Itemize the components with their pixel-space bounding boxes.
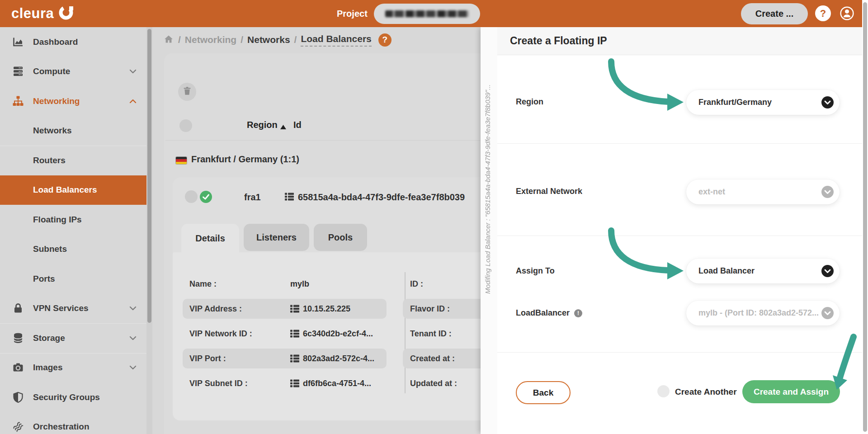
sidebar-item-label: Dashboard — [33, 37, 78, 47]
breadcrumb-separator: / — [241, 34, 243, 45]
detail-row-vip-port: VIP Port : 802a3ad2-572c-4... — [183, 349, 387, 368]
breadcrumb-networks[interactable]: Networks — [247, 34, 290, 45]
tab-details[interactable]: Details — [181, 224, 239, 253]
sidebar-scrollbar-thumb[interactable] — [147, 29, 151, 323]
breadcrumb-separator: / — [178, 34, 181, 45]
detail-row-vip-address: VIP Address : 10.15.25.225 — [183, 299, 387, 319]
sidebar-item-floating-ips[interactable]: Floating IPs — [0, 205, 146, 235]
sidebar-item-orchestration[interactable]: Orchestration — [0, 412, 146, 434]
sidebar-item-subnets[interactable]: Subnets — [0, 235, 146, 264]
region-select-value: Frankfurt/Germany — [698, 98, 772, 107]
detail-value[interactable]: 6c340d2b-e2cf-4... — [290, 329, 373, 339]
detail-row-vip-subnet-id: VIP Subnet ID : df6fb6ca-4751-4... — [183, 373, 387, 393]
breadcrumb-help-icon[interactable]: ? — [378, 33, 392, 47]
loadbalancer-field-label: LoadBalancer ! — [516, 308, 582, 318]
column-header-id[interactable]: Id — [293, 120, 302, 130]
breadcrumb-networking[interactable]: Networking — [185, 34, 236, 45]
loadbalancer-label-text: LoadBalancer — [516, 308, 570, 318]
page-scrollbar-thumb[interactable] — [863, 2, 867, 432]
create-and-assign-button[interactable]: Create and Assign — [742, 380, 840, 403]
home-icon[interactable] — [163, 34, 174, 46]
sidebar-item-load-balancers[interactable]: Load Balancers — [0, 175, 146, 205]
tab-listeners[interactable]: Listeners — [244, 224, 309, 251]
detail-value[interactable]: 802a3ad2-572c-4... — [290, 354, 374, 363]
sidebar-item-label: Orchestration — [33, 422, 90, 432]
region-select[interactable]: Frankfurt/Germany — [686, 90, 840, 115]
create-another-label: Create Another — [675, 387, 737, 397]
logo-text: cleura — [11, 5, 54, 22]
detail-value[interactable]: 10.15.25.225 — [290, 304, 350, 314]
detail-label: Flavor ID : — [410, 304, 450, 314]
back-button[interactable]: Back — [516, 381, 571, 404]
project-selector-group: Project — [337, 0, 480, 27]
sidebar-item-compute[interactable]: Compute — [0, 57, 146, 87]
modal-edge-strip: Modifing Load Balancer : "65815a4a-bda4-… — [481, 27, 497, 434]
app-root: cleura Project Create ... ? — [0, 0, 868, 434]
loadbalancer-select[interactable]: mylb - (Port ID: 802a3ad2-572... — [686, 301, 840, 326]
user-avatar-icon[interactable] — [838, 5, 856, 22]
header-divider — [165, 140, 497, 141]
chevron-down-icon[interactable] — [821, 307, 834, 319]
external-network-select-value: ext-net — [698, 187, 725, 197]
lb-row-id: 65815a4a-bda4-47f3-9dfe-fea3e7f8b039 — [298, 192, 465, 203]
detail-value[interactable]: df6fb6ca-4751-4... — [290, 379, 371, 388]
detail-label: VIP Subnet ID : — [189, 379, 248, 388]
arrow-to-region — [611, 61, 668, 102]
row-checkbox[interactable] — [185, 190, 198, 203]
chevron-down-icon[interactable] — [821, 265, 834, 277]
sidebar-item-label: Routers — [33, 156, 66, 165]
assign-to-select[interactable]: Load Balancer — [686, 259, 840, 283]
delete-button[interactable] — [178, 83, 196, 101]
lock-icon — [12, 302, 24, 314]
detail-label: Created at : — [410, 354, 455, 363]
sidebar-item-dashboard[interactable]: Dashboard — [0, 27, 146, 57]
sidebar: Dashboard Compute Networking Networks R — [0, 27, 152, 434]
loadbalancer-select-value: mylb - (Port ID: 802a3ad2-572... — [698, 308, 819, 318]
help-icon[interactable]: ? — [815, 5, 831, 21]
external-network-select[interactable]: ext-net — [686, 179, 840, 204]
list-icon — [285, 193, 294, 203]
sidebar-item-ports[interactable]: Ports — [0, 264, 146, 294]
cleura-logo[interactable]: cleura — [11, 4, 75, 23]
assign-to-field-label: Assign To — [516, 266, 555, 276]
sidebar-item-routers[interactable]: Routers — [0, 146, 146, 175]
page-scrollbar[interactable] — [862, 0, 868, 434]
breadcrumb: / Networking / Networks / Load Balancers… — [163, 27, 392, 52]
arrow-to-submit — [840, 337, 854, 377]
cleura-logo-icon — [57, 4, 75, 23]
detail-label: VIP Port : — [189, 354, 226, 363]
sidebar-item-label: VPN Services — [33, 303, 89, 313]
panel-header: Create a Floating IP — [497, 27, 862, 55]
sort-asc-icon[interactable] — [280, 123, 286, 131]
sidebar-item-label: Networking — [33, 96, 80, 106]
select-all-checkbox[interactable] — [179, 119, 192, 132]
sidebar-item-security-groups[interactable]: Security Groups — [0, 382, 146, 412]
column-header-region[interactable]: Region — [247, 120, 278, 130]
load-balancer-card: fra1 65815a4a-bda4-47f3-9dfe-fea3e7f8b03… — [173, 177, 497, 420]
region-field-label: Region — [516, 97, 543, 107]
sidebar-scrollbar[interactable] — [146, 27, 152, 434]
sidebar-item-vpn-services[interactable]: VPN Services — [0, 294, 146, 324]
sidebar-item-images[interactable]: Images — [0, 353, 146, 383]
region-group-label: Frankfurt / Germany (1:1) — [191, 154, 299, 165]
chevron-down-icon[interactable] — [821, 96, 834, 108]
sidebar-item-label: Load Balancers — [33, 185, 97, 195]
chevron-down-icon — [128, 364, 137, 371]
create-another-toggle[interactable] — [657, 385, 670, 397]
info-icon[interactable]: ! — [574, 309, 582, 317]
chevron-down-icon[interactable] — [821, 186, 834, 198]
sidebar-item-storage[interactable]: Storage — [0, 323, 146, 353]
create-button[interactable]: Create ... — [741, 3, 808, 24]
project-selector[interactable] — [374, 4, 480, 24]
database-icon — [12, 332, 24, 344]
annotation-arrows — [497, 27, 862, 434]
sidebar-item-label: Floating IPs — [33, 215, 82, 225]
arrow-to-assign-to — [611, 231, 668, 270]
chevron-up-icon — [128, 98, 137, 104]
breadcrumb-load-balancers[interactable]: Load Balancers — [301, 33, 371, 47]
sidebar-item-networks[interactable]: Networks — [0, 116, 146, 146]
detail-label: ID : — [410, 279, 423, 289]
sidebar-item-networking[interactable]: Networking — [0, 86, 146, 116]
tab-pools[interactable]: Pools — [314, 224, 367, 251]
project-label: Project — [337, 9, 368, 19]
